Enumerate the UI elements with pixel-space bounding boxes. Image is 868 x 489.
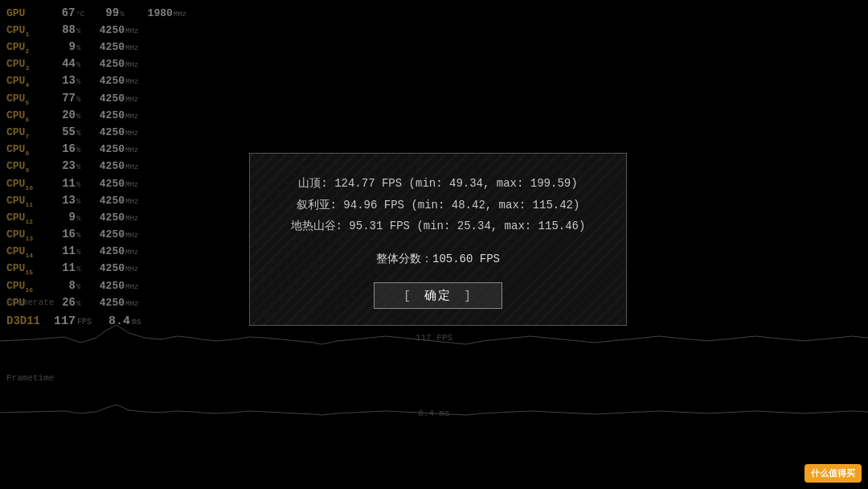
watermark: 什么值得买 xyxy=(805,464,862,483)
dialog-btn-area: 确定 xyxy=(274,282,602,309)
confirm-button[interactable]: 确定 xyxy=(374,282,502,309)
dialog-content: 山顶: 124.77 FPS (min: 49.34, max: 199.59)… xyxy=(274,173,602,237)
dialog-score: 整体分数：105.60 FPS xyxy=(274,252,602,266)
result-line-3: 地热山谷: 95.31 FPS (min: 25.34, max: 115.46… xyxy=(274,216,602,237)
results-dialog: 山顶: 124.77 FPS (min: 49.34, max: 199.59)… xyxy=(249,153,627,326)
result-line-1: 山顶: 124.77 FPS (min: 49.34, max: 199.59) xyxy=(274,173,602,195)
result-line-2: 叙利亚: 94.96 FPS (min: 48.42, max: 115.42) xyxy=(274,195,602,216)
